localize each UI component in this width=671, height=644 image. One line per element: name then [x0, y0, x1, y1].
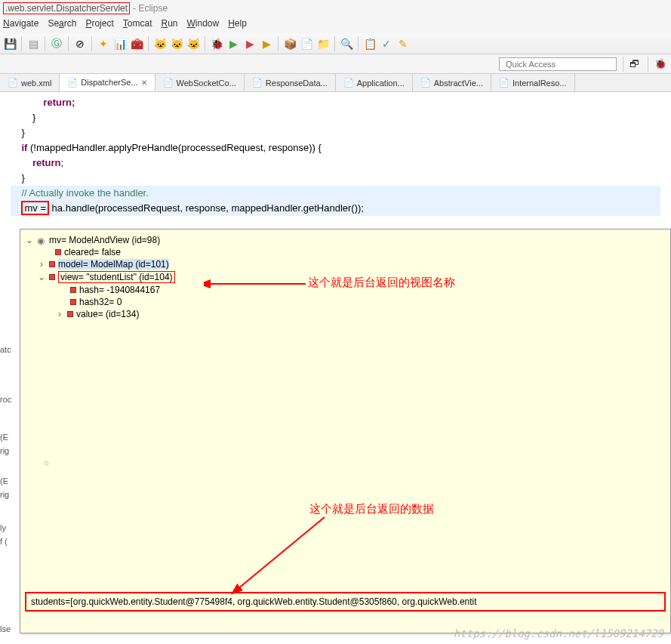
- field-icon: [70, 287, 76, 293]
- tomcat-stop-icon[interactable]: 🐱: [170, 37, 183, 51]
- expand-icon[interactable]: ›: [55, 309, 64, 319]
- class-file-icon: 📄: [343, 78, 354, 88]
- menu-search[interactable]: Search: [48, 18, 76, 32]
- title-app-name: - Eclipse: [133, 3, 168, 14]
- code-comment: // Actually invoke the handler.: [11, 187, 149, 199]
- task-list-icon[interactable]: 📋: [363, 37, 377, 51]
- new-type-icon[interactable]: 📄: [300, 37, 313, 51]
- popup-decoration: ☆: [43, 459, 50, 467]
- new-wizard-icon[interactable]: ✦: [97, 37, 110, 51]
- tab-label: ResponseData...: [266, 79, 328, 88]
- collapse-icon[interactable]: ⌄: [25, 235, 34, 245]
- tab-application[interactable]: 📄 Application...: [336, 74, 413, 91]
- run-last-icon[interactable]: ▶: [260, 37, 273, 51]
- debug-data-value: students=[org.quickWeb.entity.Student@77…: [25, 592, 666, 612]
- tomcat-start-icon[interactable]: 🐱: [153, 37, 167, 51]
- toolbar-separator: [334, 36, 335, 51]
- menu-window[interactable]: Window: [187, 18, 220, 32]
- tab-label: DispatcherSe...: [81, 78, 137, 87]
- code-editor[interactable]: return; } } if (!mappedHandler.applyPreH…: [0, 92, 671, 219]
- class-file-icon: 📄: [67, 77, 78, 88]
- menu-run[interactable]: Run: [161, 18, 177, 32]
- tree-label: hash= -1940844167: [79, 285, 160, 295]
- chart-icon[interactable]: 📊: [113, 37, 127, 51]
- tree-label: mv= ModelAndView (id=98): [49, 235, 160, 245]
- open-type-icon[interactable]: Ⓖ: [50, 37, 63, 51]
- new-folder-icon[interactable]: 📁: [316, 37, 330, 51]
- toolbar-separator: [21, 36, 22, 51]
- tab-dispatcher-servlet[interactable]: 📄 DispatcherSe... ✕: [60, 74, 155, 91]
- tree-node-value[interactable]: › value= (id=134): [25, 308, 666, 320]
- toolbar-separator: [623, 57, 623, 72]
- perspective-java-icon[interactable]: 🗗: [629, 58, 642, 70]
- debug-icon[interactable]: 🐞: [210, 37, 223, 51]
- tab-websocket-co[interactable]: 📄 WebSocketCo...: [155, 74, 245, 91]
- tree-label: model= ModelMap (id=101): [58, 259, 169, 270]
- coverage-icon[interactable]: ▶: [243, 37, 257, 51]
- tomcat-restart-icon[interactable]: 🐱: [186, 37, 200, 51]
- clip-text: atc: [0, 332, 20, 367]
- menu-tomcat[interactable]: Tomcat: [123, 18, 152, 32]
- menu-project[interactable]: Project: [85, 18, 113, 32]
- tree-node-cleared[interactable]: cleared= false: [25, 246, 666, 258]
- tree-node-model[interactable]: › model= ModelMap (id=101): [25, 258, 666, 270]
- class-file-icon: 📄: [499, 78, 509, 88]
- quick-access-input[interactable]: [499, 57, 617, 71]
- left-gutter-clip: atc roc (E rig (E rig ly f ( lse: [0, 226, 20, 644]
- tab-label: Application...: [357, 79, 405, 88]
- menu-help[interactable]: Help: [228, 18, 247, 32]
- clip-text: lse: [0, 612, 20, 644]
- code-text: ha.handle(processedRequest, response, ma…: [49, 202, 364, 214]
- tree-label: hash32= 0: [79, 297, 122, 307]
- new-package-icon[interactable]: 📦: [283, 37, 297, 51]
- expand-icon[interactable]: ›: [37, 259, 46, 270]
- tab-label: InternalReso...: [512, 79, 567, 88]
- class-file-icon: 📄: [420, 78, 431, 88]
- watermark: https://blog.csdn.net/l1509214729: [454, 627, 663, 639]
- tree-node-root[interactable]: ⌄ ◉ mv= ModelAndView (id=98): [25, 234, 666, 246]
- mark-icon[interactable]: ✎: [396, 37, 410, 51]
- annotation-view-name: 这个就是后台返回的视图名称: [308, 276, 455, 290]
- field-icon: [49, 274, 55, 280]
- tree-node-hash32[interactable]: hash32= 0: [25, 296, 666, 308]
- java-file-icon: 📄: [163, 78, 174, 88]
- toolbar-separator: [148, 36, 149, 51]
- tab-label: WebSocketCo...: [177, 79, 236, 88]
- toolbar-separator: [358, 36, 359, 51]
- code-text: }: [11, 112, 35, 123]
- toolbar-separator: [205, 36, 205, 51]
- field-icon: [55, 249, 61, 255]
- toggle-breadcrumb-icon[interactable]: ▤: [26, 37, 40, 51]
- perspective-debug-icon[interactable]: 🐞: [654, 58, 666, 70]
- tab-web-xml[interactable]: 📄 web.xml: [0, 74, 60, 91]
- field-icon: [49, 261, 55, 267]
- save-icon[interactable]: 💾: [3, 37, 17, 51]
- toolbar-separator: [278, 36, 279, 51]
- toolbar-separator: [648, 57, 648, 72]
- code-text: (!mappedHandler.applyPreHandle(processed…: [27, 142, 322, 153]
- tab-abstract-vie[interactable]: 📄 AbstractVie...: [413, 74, 491, 91]
- data-text: students=[org.quickWeb.entity.Student@77…: [31, 596, 477, 607]
- tab-response-data[interactable]: 📄 ResponseData...: [245, 74, 336, 91]
- close-icon[interactable]: ✕: [141, 79, 147, 87]
- toolbar-separator: [45, 36, 45, 51]
- tab-internal-reso[interactable]: 📄 InternalReso...: [491, 74, 575, 91]
- code-keyword: return: [11, 157, 60, 168]
- clip-text: f (: [0, 524, 20, 559]
- code-text: }: [11, 172, 25, 183]
- collapse-icon[interactable]: ⌄: [37, 272, 46, 282]
- tab-label: AbstractVie...: [434, 79, 483, 88]
- variable-icon: ◉: [37, 236, 46, 245]
- task-icon[interactable]: ✓: [380, 37, 393, 51]
- menu-navigate[interactable]: Navigate: [3, 18, 38, 32]
- field-icon: [70, 299, 76, 305]
- toolbox-icon[interactable]: 🧰: [130, 37, 143, 51]
- tree-label: value= (id=134): [76, 309, 139, 319]
- run-icon[interactable]: ▶: [226, 37, 240, 51]
- annotation-data: 这个就是后台返回的数据: [309, 502, 434, 516]
- toolbar-separator: [91, 36, 92, 51]
- variable-highlight: mv =: [21, 201, 49, 215]
- skip-breakpoints-icon[interactable]: ⊘: [73, 37, 87, 51]
- code-text: ;: [60, 157, 63, 168]
- search-icon[interactable]: 🔍: [340, 37, 353, 51]
